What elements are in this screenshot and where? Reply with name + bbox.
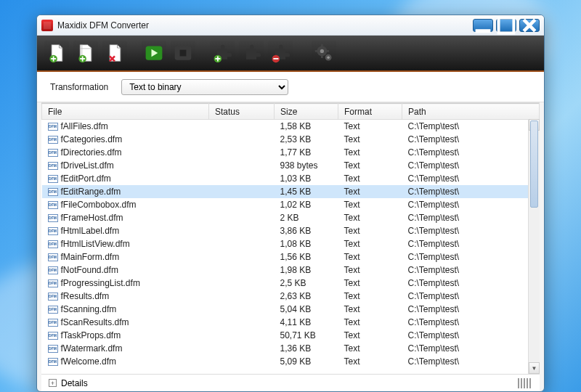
- cell-size: 1,03 KB: [275, 172, 338, 185]
- cell-format: Text: [338, 355, 402, 368]
- cell-size: 1,58 KB: [275, 120, 338, 133]
- cell-file: fFrameHost.dfm: [42, 211, 209, 224]
- table-row[interactable]: fMainForm.dfm1,56 KBTextC:\Temp\test\: [42, 250, 540, 264]
- cell-size: 1,02 KB: [275, 198, 338, 211]
- dfm-file-icon: [48, 279, 58, 287]
- table-row[interactable]: fTaskProps.dfm50,71 KBTextC:\Temp\test\: [42, 329, 540, 342]
- table-row[interactable]: fWatermark.dfm1,36 KBTextC:\Temp\test\: [42, 342, 540, 355]
- add-folder-button[interactable]: [73, 41, 98, 65]
- footer-splitter-icon[interactable]: [518, 378, 532, 388]
- dfm-file-icon: [48, 332, 58, 340]
- dfm-file-icon: [48, 136, 58, 144]
- table-row[interactable]: fDriveList.dfm938 bytesTextC:\Temp\test\: [42, 159, 540, 172]
- table-row[interactable]: fResults.dfm2,63 KBTextC:\Temp\test\: [42, 290, 540, 303]
- cell-status: [209, 146, 275, 159]
- cell-size: 2,5 KB: [275, 277, 338, 290]
- cell-file: fScanResults.dfm: [42, 316, 209, 329]
- col-file[interactable]: File: [42, 104, 209, 120]
- table-row[interactable]: fFrameHost.dfm2 KBTextC:\Temp\test\: [42, 211, 540, 224]
- plugin-add-button[interactable]: [210, 41, 235, 65]
- add-file-button[interactable]: [44, 41, 69, 65]
- col-path[interactable]: Path: [402, 104, 540, 120]
- cell-file: fWelcome.dfm: [42, 355, 209, 368]
- cell-path: C:\Temp\test\: [402, 277, 540, 290]
- cell-format: Text: [338, 198, 402, 211]
- cell-format: Text: [338, 224, 402, 237]
- close-button[interactable]: [519, 19, 540, 32]
- svg-rect-14: [327, 50, 330, 52]
- table-row[interactable]: fCategories.dfm2,53 KBTextC:\Temp\test\: [42, 133, 540, 146]
- table-row[interactable]: fFileCombobox.dfm1,02 KBTextC:\Temp\test…: [42, 198, 540, 211]
- plugin-button[interactable]: [239, 41, 264, 65]
- maximize-button[interactable]: [496, 19, 516, 32]
- table-row[interactable]: fHtmlListView.dfm1,08 KBTextC:\Temp\test…: [42, 237, 540, 250]
- cell-status: [209, 355, 275, 368]
- cell-format: Text: [338, 120, 402, 133]
- cell-file: fEditPort.dfm: [42, 172, 209, 185]
- details-label: Details: [61, 378, 88, 388]
- plugin-remove-button[interactable]: [268, 41, 293, 65]
- expand-details-button[interactable]: +: [49, 379, 57, 387]
- cell-size: 5,04 KB: [275, 303, 338, 316]
- dfm-file-icon: [48, 319, 58, 327]
- minimize-button[interactable]: [473, 19, 493, 32]
- scroll-down-arrow-icon[interactable]: ▼: [529, 362, 540, 374]
- cell-status: [209, 120, 275, 133]
- dfm-file-icon: [48, 201, 58, 209]
- cell-size: 938 bytes: [275, 159, 338, 172]
- table-row[interactable]: fHtmlLabel.dfm3,86 KBTextC:\Temp\test\: [42, 224, 540, 237]
- window-title: Maxidix DFM Converter: [57, 20, 473, 30]
- table-row[interactable]: fScanning.dfm5,04 KBTextC:\Temp\test\: [42, 303, 540, 316]
- col-size[interactable]: Size: [275, 104, 338, 120]
- svg-rect-12: [321, 56, 323, 59]
- remove-file-button[interactable]: [102, 41, 127, 65]
- settings-button[interactable]: [312, 41, 336, 65]
- table-row[interactable]: fEditRange.dfm1,45 KBTextC:\Temp\test\: [42, 185, 540, 198]
- table-row[interactable]: fAllFiles.dfm1,58 KBTextC:\Temp\test\: [42, 120, 540, 133]
- dfm-file-icon: [48, 123, 58, 131]
- cell-size: 1,36 KB: [275, 342, 338, 355]
- transformation-row: Transformation Text to binary: [37, 72, 544, 102]
- svg-rect-6: [180, 50, 187, 57]
- cell-format: Text: [338, 342, 402, 355]
- cell-path: C:\Temp\test\: [402, 198, 540, 211]
- cell-size: 1,77 KB: [275, 146, 338, 159]
- scroll-thumb[interactable]: [530, 121, 538, 208]
- cell-path: C:\Temp\test\: [402, 264, 540, 277]
- cell-path: C:\Temp\test\: [402, 355, 540, 368]
- cell-size: 3,86 KB: [275, 224, 338, 237]
- cell-status: [209, 303, 275, 316]
- table-row[interactable]: fProgressingList.dfm2,5 KBTextC:\Temp\te…: [42, 277, 540, 290]
- dfm-file-icon: [48, 149, 58, 157]
- table-row[interactable]: fDirectories.dfm1,77 KBTextC:\Temp\test\: [42, 146, 540, 159]
- table-row[interactable]: fScanResults.dfm4,11 KBTextC:\Temp\test\: [42, 316, 540, 329]
- cell-status: [209, 342, 275, 355]
- cell-size: 1,98 KB: [275, 264, 338, 277]
- col-status[interactable]: Status: [209, 104, 275, 120]
- table-row[interactable]: fNotFound.dfm1,98 KBTextC:\Temp\test\: [42, 264, 540, 277]
- transformation-select[interactable]: Text to binary: [121, 79, 288, 95]
- details-footer: + Details: [41, 374, 540, 391]
- cell-file: fAllFiles.dfm: [42, 120, 209, 133]
- cell-status: [209, 250, 275, 264]
- dfm-file-icon: [48, 293, 58, 301]
- table-row[interactable]: fEditPort.dfm1,03 KBTextC:\Temp\test\: [42, 172, 540, 185]
- cell-path: C:\Temp\test\: [402, 250, 540, 264]
- cell-status: [209, 211, 275, 224]
- cell-file: fEditRange.dfm: [42, 185, 209, 198]
- col-format[interactable]: Format: [338, 104, 402, 120]
- cell-size: 2 KB: [275, 211, 338, 224]
- cell-file: fResults.dfm: [42, 290, 209, 303]
- stop-button[interactable]: [171, 41, 195, 65]
- cell-file: fTaskProps.dfm: [42, 329, 209, 342]
- cell-path: C:\Temp\test\: [402, 120, 540, 133]
- cell-size: 1,45 KB: [275, 185, 338, 198]
- transformation-label: Transformation: [50, 82, 108, 92]
- cell-format: Text: [338, 237, 402, 250]
- table-row[interactable]: fWelcome.dfm5,09 KBTextC:\Temp\test\: [42, 355, 540, 368]
- cell-path: C:\Temp\test\: [402, 329, 540, 342]
- cell-path: C:\Temp\test\: [402, 316, 540, 329]
- run-button[interactable]: [142, 41, 166, 65]
- vertical-scrollbar[interactable]: ▲ ▼: [528, 119, 540, 374]
- svg-rect-13: [315, 50, 318, 52]
